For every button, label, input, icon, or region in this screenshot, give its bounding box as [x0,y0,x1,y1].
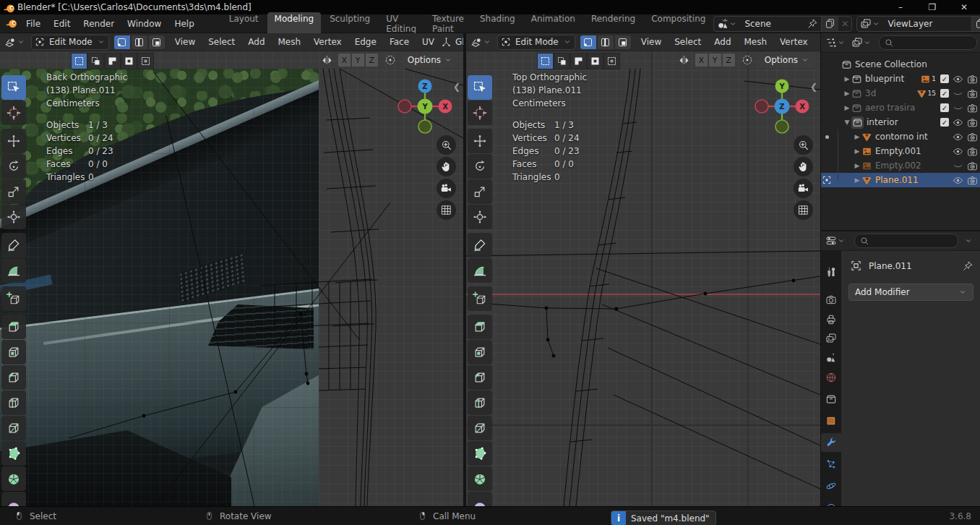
tool-rotate[interactable] [1,154,26,179]
close-icon[interactable]: ✕ [838,17,851,31]
visibility-eye-open[interactable] [953,74,963,85]
tool-select-box[interactable] [1,75,26,100]
disclosure-arrow[interactable]: ▶ [853,133,861,140]
viewport-canvas[interactable]: XYZOptions❮ Y X Z Top Orthographic(138) … [466,51,820,506]
viewport-menu-select[interactable]: Select [202,37,241,47]
sidebar-collapse-arrow[interactable]: ❮ [453,82,460,92]
render-visibility-camera[interactable] [967,88,978,99]
tool-scale[interactable] [468,179,492,204]
properties-tab-world[interactable] [821,368,841,387]
options-dropdown[interactable]: Options [402,53,458,67]
properties-tab-tool[interactable] [821,262,841,281]
nav-camera-button[interactable] [794,179,813,198]
render-visibility-camera[interactable] [967,74,978,85]
orientation-dropdown[interactable]: Global [441,37,463,48]
maximize-button[interactable]: ❐ [916,0,948,14]
mode-dropdown[interactable]: Edit Mode [31,35,109,50]
outliner-row-aero-trasira[interactable]: ▶aero trasira✓ [821,101,980,115]
viewport-menu-view[interactable]: View [168,37,202,47]
viewport-canvas[interactable]: XYZOptions❮ Z X Y Back Orthographic(138)… [0,51,463,506]
sidebar-collapse-arrow[interactable]: ❮ [810,82,817,92]
nav-grid-button[interactable] [794,200,813,220]
visibility-eye-open[interactable] [953,132,963,142]
tool-select-box[interactable] [468,75,492,100]
outliner-row-scene-collection[interactable]: Scene Collection [821,57,980,72]
viewlayer-selector[interactable]: ViewLayer ✕ [856,16,980,32]
tool-scale[interactable] [1,179,26,204]
nav-hand-button[interactable] [437,157,456,176]
menu-edit[interactable]: Edit [47,14,77,33]
tab-sculpting[interactable]: Sculpting [322,12,377,35]
outliner-row-empty-002[interactable]: ▶Empty.002 [821,158,980,173]
tool-loop-cut[interactable] [1,390,26,415]
render-visibility-camera[interactable] [967,146,978,157]
viewport-menu-add[interactable]: Add [708,37,737,47]
outliner-row-contorno-int[interactable]: ▶contorno int [821,129,980,144]
properties-tab-view-layer[interactable] [821,329,841,348]
menu-window[interactable]: Window [121,14,168,33]
viewport-menu-add[interactable]: Add [241,37,271,47]
outliner-row-interior[interactable]: ▼interior✓ [821,115,980,129]
viewport-menu-edge[interactable]: Edge [814,37,820,47]
tool-inset-faces[interactable] [468,340,492,364]
exclude-checkbox[interactable]: ✓ [940,103,949,112]
tool-measure[interactable] [468,258,492,283]
disclosure-arrow[interactable]: ▶ [843,90,851,97]
editor-type-dropdown[interactable] [470,36,491,48]
tool-extrude-region[interactable] [1,315,26,339]
viewport-editor-icon[interactable] [4,36,17,48]
tab-layout[interactable]: Layout [222,12,266,35]
tool-spin[interactable] [1,466,26,491]
tool-cursor[interactable] [1,101,26,125]
properties-tab-physics[interactable] [821,477,841,495]
nav-grid-button[interactable] [437,200,456,220]
tool-move[interactable] [468,129,492,153]
options-dropdown[interactable]: Options [759,53,815,67]
tab-shading[interactable]: Shading [473,12,523,35]
scene-selector[interactable]: Scene ✕ [713,16,852,32]
tool-inset-faces[interactable] [1,340,26,364]
viewport-menu-view[interactable]: View [635,37,668,47]
properties-tab-output[interactable] [821,310,841,329]
tool-smooth[interactable] [1,492,26,506]
tool-spin[interactable] [468,466,492,491]
viewport-editor-icon[interactable] [470,36,483,48]
tool-smooth[interactable] [468,492,492,506]
menu-render[interactable]: Render [77,14,121,33]
properties-tab-particles[interactable] [821,455,841,474]
exclude-checkbox[interactable]: ✓ [940,118,949,127]
tool-transform[interactable] [468,205,492,229]
render-visibility-camera[interactable] [967,132,978,142]
box-select-intersect[interactable] [137,53,154,69]
box-select-invert[interactable] [587,53,603,69]
properties-tab-object[interactable] [821,411,841,430]
properties-tab-modifiers[interactable] [821,433,841,452]
report-message[interactable]: iSaved "m4.blend" [611,509,716,525]
disclosure-arrow[interactable]: ▶ [853,162,861,169]
visibility-eye-open[interactable] [953,175,963,186]
tool-extrude-region[interactable] [468,315,492,339]
scene-icon[interactable] [714,17,740,31]
tool-cursor[interactable] [468,101,492,125]
outliner-row-empty-001[interactable]: ▶Empty.001 [821,144,980,158]
symmetry-icon[interactable] [678,54,690,67]
render-visibility-camera[interactable] [967,161,978,171]
visibility-eye-open[interactable] [953,117,963,128]
navigation-gizmo[interactable]: Z X Y [396,77,454,135]
tool-annotate[interactable] [1,233,26,257]
visibility-eye-open[interactable] [953,146,963,157]
select-mode-face[interactable] [148,35,166,50]
viewport-menu-select[interactable]: Select [668,37,708,47]
viewport-menu-edge[interactable]: Edge [348,37,383,47]
editor-type-dropdown[interactable] [4,36,25,48]
new-viewlayer-icon[interactable] [971,17,980,31]
disclosure-arrow[interactable]: ▼ [843,119,851,126]
tool-transform[interactable] [1,205,26,229]
outliner-row-3d[interactable]: ▶3d15✓ [821,86,980,101]
outliner-filter-icon[interactable] [851,37,872,48]
tab-animation[interactable]: Animation [524,12,583,35]
viewport-menu-vertex[interactable]: Vertex [307,37,348,47]
outliner-row-blueprint[interactable]: ▶blueprint1✓ [821,72,980,86]
tool-knife[interactable] [468,416,492,440]
outliner-row-plane-011[interactable]: ▶Plane.011 [821,173,980,187]
